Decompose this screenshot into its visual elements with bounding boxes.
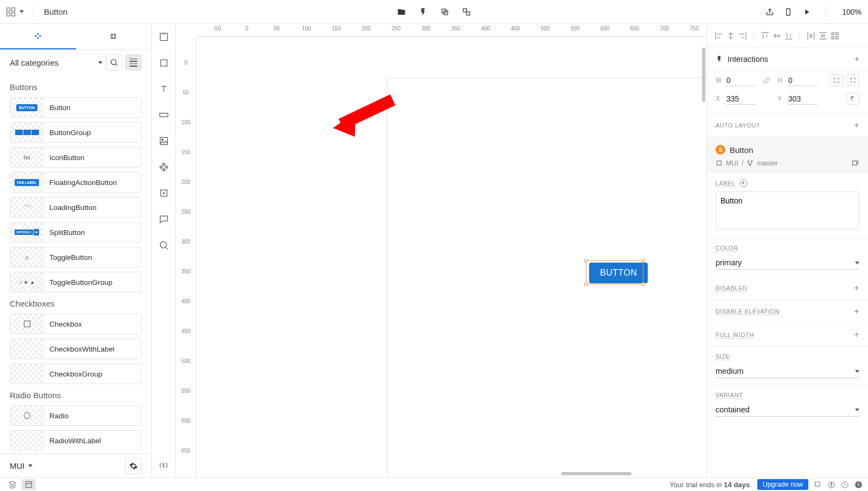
components-tab-icon	[34, 32, 42, 41]
component-item-checkboxgroup[interactable]: CheckboxGroup	[10, 364, 142, 384]
align-left-icon[interactable]	[713, 30, 724, 41]
detach-icon[interactable]	[462, 8, 471, 16]
component-item-splitbutton[interactable]: OPTION 1 SplitButton	[10, 222, 142, 243]
x-label: X	[716, 95, 723, 103]
device-icon[interactable]	[784, 8, 793, 16]
tool-search[interactable]	[158, 240, 169, 251]
target-icon[interactable]	[740, 180, 748, 187]
kit-settings-button[interactable]	[125, 458, 142, 474]
distribute-h-icon[interactable]	[806, 30, 816, 41]
width-input[interactable]	[726, 75, 756, 86]
component-item-radio[interactable]: Radio	[10, 405, 142, 426]
distribute-v-icon[interactable]	[818, 30, 828, 41]
lightning-icon	[716, 55, 723, 63]
layers-tab-icon	[109, 32, 118, 41]
design-frame[interactable]	[387, 78, 706, 477]
align-right-icon[interactable]	[737, 30, 748, 41]
canvas[interactable]: -500501001502002503003504004505005506006…	[176, 24, 706, 477]
status-bar: Your trial ends in 14 days. Upgrade now …	[0, 477, 868, 491]
kit-name: MUI	[10, 461, 25, 470]
size-select[interactable]: medium	[716, 365, 859, 378]
color-select[interactable]: primary	[716, 256, 859, 270]
resize-hug-button[interactable]	[846, 74, 859, 86]
tool-input[interactable]	[158, 110, 169, 120]
category-dropdown[interactable]: All categories	[10, 58, 103, 67]
svg-point-30	[831, 483, 832, 484]
variant-select[interactable]: contained	[716, 403, 859, 417]
search-button[interactable]	[106, 54, 122, 71]
component-label: Button	[49, 104, 71, 112]
svg-point-24	[751, 161, 752, 162]
zoom-level[interactable]: 100%	[842, 8, 861, 16]
feedback-icon[interactable]	[814, 481, 822, 489]
kit-selector[interactable]: MUI	[10, 461, 33, 470]
rotation-button[interactable]	[846, 93, 859, 105]
panel-toggle[interactable]	[22, 479, 36, 490]
component-item-checkboxwithlabel[interactable]: CheckboxWithLabel	[10, 339, 142, 359]
component-label: LoadingButton	[49, 203, 97, 212]
prop-disabled-label: DISABLED	[716, 285, 747, 292]
component-item-button[interactable]: BUTTON Button	[10, 97, 142, 118]
add-autolayout-button[interactable]: +	[854, 120, 859, 130]
prop-full-width-section[interactable]: FULL WIDTH +	[707, 323, 868, 347]
tool-rectangle[interactable]	[158, 58, 169, 68]
align-hcenter-icon[interactable]	[725, 30, 736, 41]
button-instance[interactable]: BUTTON	[589, 263, 648, 283]
align-vcenter-icon[interactable]	[771, 30, 782, 41]
component-item-radiowithlabel[interactable]: RadioWithLabel	[10, 430, 142, 451]
component-item-fab[interactable]: FAB LABEL FloatingActionButton	[10, 172, 142, 193]
tokens-button[interactable]: {$}	[159, 461, 169, 469]
align-top-icon[interactable]	[760, 30, 770, 41]
upgrade-button[interactable]: Upgrade now	[757, 479, 808, 490]
component-thumb	[10, 339, 44, 359]
svg-point-10	[111, 60, 116, 65]
prop-disabled-section[interactable]: DISABLED +	[707, 277, 868, 300]
toolbox: {$}	[152, 24, 176, 477]
tab-components[interactable]	[0, 24, 76, 49]
tool-comment[interactable]	[158, 214, 169, 225]
y-input[interactable]	[788, 93, 818, 105]
tool-frame[interactable]	[158, 31, 169, 42]
play-icon[interactable]	[802, 8, 811, 16]
accessibility-icon[interactable]	[827, 481, 835, 489]
component-item-iconbutton[interactable]: ho IconButton	[10, 147, 142, 168]
align-bottom-icon[interactable]	[783, 30, 794, 41]
copy-icon[interactable]	[441, 8, 449, 16]
resize-fit-button[interactable]	[830, 74, 843, 86]
tool-component[interactable]	[158, 162, 169, 173]
tool-text[interactable]	[158, 84, 169, 94]
component-item-togglebutton[interactable]: ⌂ ToggleButton	[10, 247, 142, 267]
link-dimensions-icon[interactable]	[762, 76, 771, 85]
tidy-icon[interactable]	[829, 30, 840, 41]
component-item-togglebuttongroup[interactable]: ⌂★▲ ToggleButtonGroup	[10, 272, 142, 292]
history-icon[interactable]	[841, 481, 849, 489]
prop-disable-elevation-section[interactable]: DISABLE ELEVATION +	[707, 300, 868, 323]
folder-icon[interactable]	[397, 8, 406, 16]
tool-image[interactable]	[158, 136, 169, 146]
list-view-button[interactable]	[125, 54, 142, 71]
component-item-buttongroup[interactable]: ButtonGroup	[10, 122, 142, 143]
app-menu-icon[interactable]	[7, 8, 15, 16]
scrollbar-vertical[interactable]	[702, 48, 705, 102]
tool-slot[interactable]	[158, 188, 169, 199]
label-textarea[interactable]	[716, 192, 859, 229]
height-input[interactable]	[788, 75, 818, 86]
auto-layout-section[interactable]: AUTO LAYOUT +	[707, 114, 868, 137]
app-menu-chevron-icon[interactable]	[20, 10, 24, 13]
scrollbar-horizontal[interactable]	[561, 472, 631, 475]
go-to-main-icon[interactable]	[851, 159, 859, 167]
height-label: H	[777, 76, 785, 84]
variant-select-value: contained	[716, 405, 750, 414]
help-icon[interactable]: ?	[854, 481, 863, 489]
lightning-icon[interactable]	[419, 8, 427, 16]
x-input[interactable]	[726, 93, 756, 105]
layers-panel-toggle[interactable]	[5, 479, 20, 490]
component-item-checkbox[interactable]: Checkbox	[10, 314, 142, 334]
component-thumb	[10, 197, 44, 217]
svg-point-9	[114, 37, 115, 37]
share-icon[interactable]	[765, 8, 774, 16]
add-interaction-button[interactable]: +	[854, 54, 859, 64]
auto-layout-label: AUTO LAYOUT	[716, 122, 760, 129]
component-item-loadingbutton[interactable]: LoadingButton	[10, 197, 142, 218]
tab-layers[interactable]	[76, 24, 152, 49]
